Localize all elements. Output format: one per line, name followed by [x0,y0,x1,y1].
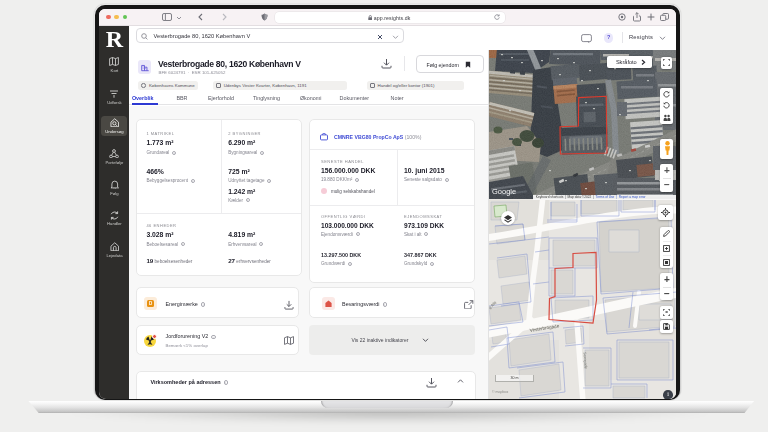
svg-text:Google: Google [492,187,516,196]
